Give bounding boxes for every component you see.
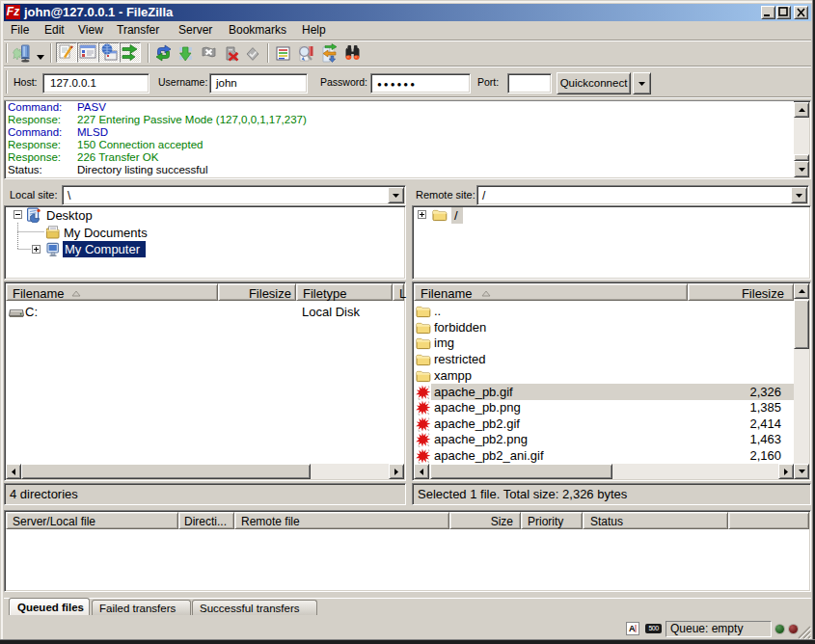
svg-text:A: A — [629, 624, 636, 633]
